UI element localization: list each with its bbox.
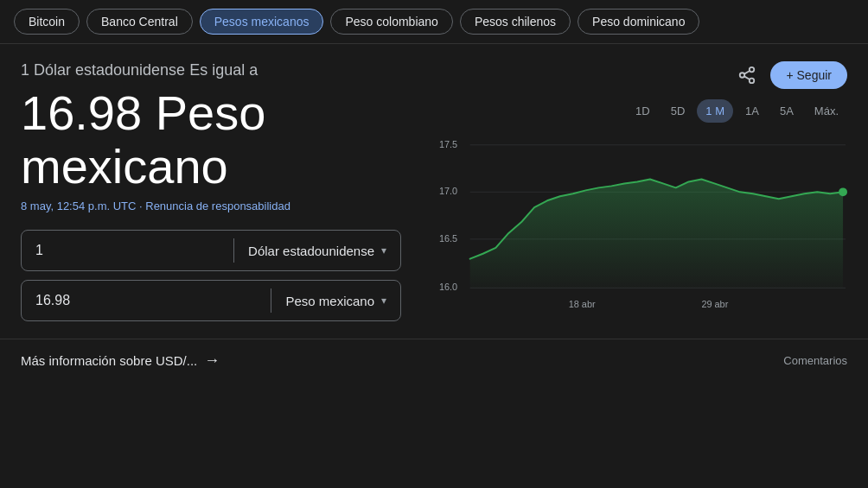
tab-peso-dominicano[interactable]: Peso dominicano xyxy=(578,9,699,35)
y-label-175: 17.5 xyxy=(439,139,457,149)
tab-pesos-chilenos[interactable]: Pesos chilenos xyxy=(460,9,571,35)
amount-input[interactable] xyxy=(22,231,233,270)
right-panel: + Seguir 1D 5D 1 M 1A 5A Máx. 17.5 17.0 … xyxy=(436,61,847,321)
svg-line-4 xyxy=(744,71,750,74)
svg-point-2 xyxy=(750,79,755,84)
tab-pesos-mexicanos[interactable]: Pesos mexicanos xyxy=(200,9,324,35)
more-info-label: Más información sobre USD/... xyxy=(21,353,197,368)
to-currency-label: Peso mexicano xyxy=(285,294,374,308)
x-label-29abr: 29 abr xyxy=(701,299,728,309)
tab-peso-colombiano[interactable]: Peso colombiano xyxy=(330,9,452,35)
follow-button[interactable]: + Seguir xyxy=(770,61,847,89)
y-label-160: 16.0 xyxy=(439,282,457,292)
result-input[interactable] xyxy=(22,281,271,320)
converter-fields: Dólar estadounidense ▾ Peso mexicano ▾ xyxy=(21,230,401,321)
input-row-to: Peso mexicano ▾ xyxy=(21,280,401,321)
x-label-18abr: 18 abr xyxy=(569,299,596,309)
left-panel: 1 Dólar estadounidense Es igual a 16.98 … xyxy=(21,61,418,321)
y-label-165: 16.5 xyxy=(439,233,457,244)
conversion-value: 16.98 Peso mexicano xyxy=(21,86,418,193)
to-currency-select[interactable]: Peso mexicano ▾ xyxy=(271,282,400,320)
chart-area xyxy=(470,179,843,288)
tab-bitcoin[interactable]: Bitcoin xyxy=(14,9,80,35)
chevron-down-icon2: ▾ xyxy=(381,295,386,307)
comments-link[interactable]: Comentarios xyxy=(783,354,847,367)
time-tab-max[interactable]: Máx. xyxy=(806,99,847,123)
time-tabs: 1D 5D 1 M 1A 5A Máx. xyxy=(436,99,847,123)
chevron-down-icon: ▾ xyxy=(381,244,386,257)
time-tab-5a[interactable]: 5A xyxy=(771,99,802,123)
bottom-bar: Más información sobre USD/... → Comentar… xyxy=(0,339,868,382)
main-content: 1 Dólar estadounidense Es igual a 16.98 … xyxy=(0,44,868,339)
chart-controls-top: + Seguir xyxy=(436,61,847,89)
y-label-170: 17.0 xyxy=(439,186,457,196)
top-tabs-bar: Bitcoin Banco Central Pesos mexicanos Pe… xyxy=(0,0,868,44)
arrow-right-icon: → xyxy=(204,352,220,370)
more-info-button[interactable]: Más información sobre USD/... → xyxy=(21,352,220,370)
conversion-subtitle: 1 Dólar estadounidense Es igual a xyxy=(21,61,418,79)
svg-point-0 xyxy=(750,67,755,73)
input-row-from: Dólar estadounidense ▾ xyxy=(21,230,401,271)
chart-container: 17.5 17.0 16.5 16.0 18 abr 29 abr xyxy=(436,131,847,321)
time-tab-1a[interactable]: 1A xyxy=(737,99,768,123)
share-button[interactable] xyxy=(737,66,756,85)
svg-line-3 xyxy=(744,76,750,79)
svg-point-1 xyxy=(740,73,745,78)
tab-banco-central[interactable]: Banco Central xyxy=(86,9,193,35)
time-tab-1m[interactable]: 1 M xyxy=(697,99,733,123)
time-tab-5d[interactable]: 5D xyxy=(662,99,694,123)
from-currency-label: Dólar estadounidense xyxy=(248,244,374,258)
from-currency-select[interactable]: Dólar estadounidense ▾ xyxy=(234,231,400,270)
time-tab-1d[interactable]: 1D xyxy=(627,99,659,123)
timestamp-line: 8 may, 12:54 p.m. UTC · Renuncia de resp… xyxy=(21,200,418,212)
chart-svg: 17.5 17.0 16.5 16.0 18 abr 29 abr xyxy=(436,131,847,321)
